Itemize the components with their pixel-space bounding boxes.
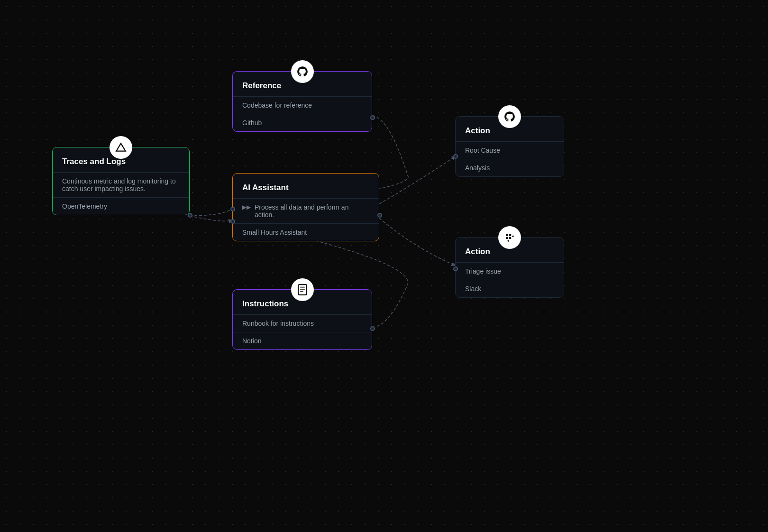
- action-triage-row1: Triage issue: [456, 262, 564, 280]
- action-root-left-dot: [453, 154, 458, 159]
- reference-icon: [291, 60, 314, 83]
- instructions-right-dot: [370, 326, 375, 331]
- svg-rect-2: [509, 234, 511, 236]
- action-root-cause-node: Action Root Cause Analysis: [455, 116, 564, 177]
- action-root-row1: Root Cause: [456, 141, 564, 159]
- action-triage-node: Action Triage issue Slack: [455, 237, 564, 298]
- instructions-row2: Notion: [233, 332, 372, 349]
- svg-rect-6: [508, 240, 509, 241]
- instructions-row1: Runbook for instructions: [233, 314, 372, 332]
- svg-rect-5: [512, 236, 513, 237]
- instructions-icon: [291, 278, 314, 301]
- traces-tag: OpenTelemetry: [53, 197, 189, 215]
- action-root-icon: [498, 105, 521, 128]
- traces-description: Continous metric and log monitoring to c…: [53, 172, 189, 197]
- ai-left-dot-1: [230, 207, 235, 211]
- ai-assistant-node: AI Assistant ▶▶ Process all data and per…: [232, 173, 379, 241]
- svg-rect-0: [298, 284, 306, 295]
- svg-rect-3: [506, 237, 508, 239]
- reference-row2: Github: [233, 114, 372, 131]
- action-triage-row2: Slack: [456, 280, 564, 297]
- action-triage-icon: [498, 226, 521, 249]
- traces-icon: [110, 136, 132, 159]
- action-triage-left-dot: [453, 266, 458, 271]
- reference-right-dot: [370, 115, 375, 120]
- action-root-row2: Analysis: [456, 159, 564, 176]
- reference-node: Reference Codebase for reference Github: [232, 71, 372, 132]
- ai-left-dot-2: [230, 219, 235, 224]
- svg-rect-1: [506, 234, 508, 236]
- traces-right-dot: [188, 213, 192, 218]
- ai-input1-arrow: ▶▶: [242, 204, 251, 211]
- traces-logs-node: Traces and Logs Continous metric and log…: [52, 147, 190, 215]
- ai-input2: Small Hours Assistant: [233, 223, 379, 241]
- reference-row1: Codebase for reference: [233, 96, 372, 114]
- svg-rect-4: [509, 237, 511, 239]
- instructions-node: Instructions Runbook for instructions No…: [232, 289, 372, 350]
- ai-input1: ▶▶ Process all data and perform an actio…: [233, 198, 379, 223]
- ai-title: AI Assistant: [233, 174, 379, 198]
- ai-right-dot: [377, 213, 382, 218]
